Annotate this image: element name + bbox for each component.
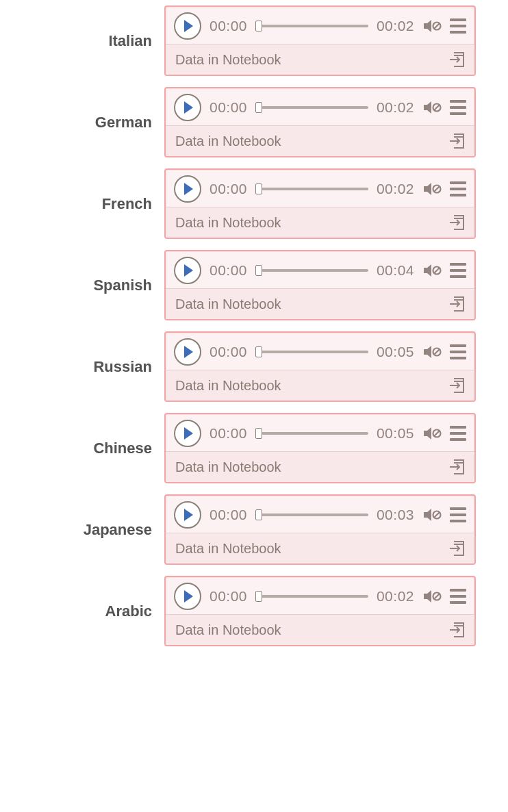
play-button[interactable] xyxy=(174,583,201,610)
mute-icon[interactable] xyxy=(422,18,442,34)
audio-panel: 00:00 00:04 Data in Notebook xyxy=(164,250,476,320)
export-icon[interactable] xyxy=(447,621,466,639)
export-icon[interactable] xyxy=(447,377,466,394)
language-label: French xyxy=(0,195,164,213)
data-location-label: Data in Notebook xyxy=(175,459,281,475)
menu-icon[interactable] xyxy=(450,18,466,34)
svg-line-9 xyxy=(434,349,440,355)
duration-time: 00:02 xyxy=(377,588,414,605)
play-button[interactable] xyxy=(174,501,201,529)
language-row: Spanish 00:00 00:04 Data in Notebook xyxy=(0,244,508,326)
svg-line-1 xyxy=(434,23,440,29)
mute-icon[interactable] xyxy=(422,344,442,360)
play-button[interactable] xyxy=(174,420,201,447)
audio-panel: 00:00 00:02 Data in Notebook xyxy=(164,5,476,76)
seek-slider[interactable] xyxy=(255,20,368,32)
export-icon[interactable] xyxy=(447,51,466,68)
language-label: Italian xyxy=(0,32,164,50)
current-time: 00:00 xyxy=(209,425,247,442)
data-location-label: Data in Notebook xyxy=(175,215,281,231)
data-location-label: Data in Notebook xyxy=(175,52,281,68)
mute-icon[interactable] xyxy=(422,588,442,605)
play-button[interactable] xyxy=(174,94,201,121)
audio-player: 00:00 00:05 xyxy=(166,414,474,451)
play-button[interactable] xyxy=(174,12,201,40)
menu-icon[interactable] xyxy=(450,181,466,197)
audio-panel: 00:00 00:03 Data in Notebook xyxy=(164,494,476,565)
seek-slider[interactable] xyxy=(255,183,368,195)
export-icon[interactable] xyxy=(447,295,466,313)
menu-icon[interactable] xyxy=(450,588,466,605)
seek-slider[interactable] xyxy=(255,509,368,521)
mute-icon[interactable] xyxy=(422,425,442,442)
mute-icon[interactable] xyxy=(422,262,442,279)
language-label: Japanese xyxy=(0,521,164,539)
current-time: 00:00 xyxy=(209,262,247,279)
export-icon[interactable] xyxy=(447,458,466,476)
play-button[interactable] xyxy=(174,338,201,366)
audio-player: 00:00 00:02 xyxy=(166,88,474,125)
current-time: 00:00 xyxy=(209,18,247,34)
svg-line-15 xyxy=(434,594,440,599)
seek-slider[interactable] xyxy=(255,590,368,602)
audio-panel: 00:00 00:02 Data in Notebook xyxy=(164,576,476,646)
duration-time: 00:02 xyxy=(377,99,414,116)
duration-time: 00:05 xyxy=(377,344,414,360)
menu-icon[interactable] xyxy=(450,507,466,523)
export-icon[interactable] xyxy=(447,214,466,231)
seek-slider[interactable] xyxy=(255,101,368,114)
current-time: 00:00 xyxy=(209,588,247,605)
audio-panel: 00:00 00:02 Data in Notebook xyxy=(164,87,476,157)
audio-player: 00:00 00:04 xyxy=(166,251,474,288)
language-row: Chinese 00:00 00:05 Data in Notebook xyxy=(0,407,508,489)
duration-time: 00:02 xyxy=(377,18,414,34)
svg-line-3 xyxy=(434,105,440,110)
export-icon[interactable] xyxy=(447,540,466,557)
language-row: French 00:00 00:02 Data in Notebook xyxy=(0,163,508,244)
language-label: German xyxy=(0,114,164,131)
data-location-label: Data in Notebook xyxy=(175,622,281,638)
seek-slider[interactable] xyxy=(255,264,368,277)
menu-icon[interactable] xyxy=(450,344,466,360)
data-row: Data in Notebook xyxy=(166,614,474,645)
data-row: Data in Notebook xyxy=(166,125,474,156)
language-row: Italian 00:00 00:02 Data in Notebook xyxy=(0,0,508,81)
svg-line-11 xyxy=(434,431,440,436)
svg-line-7 xyxy=(434,268,440,273)
data-location-label: Data in Notebook xyxy=(175,134,281,149)
audio-player: 00:00 00:03 xyxy=(166,496,474,533)
audio-player: 00:00 00:02 xyxy=(166,7,474,44)
menu-icon[interactable] xyxy=(450,262,466,279)
audio-player: 00:00 00:05 xyxy=(166,333,474,370)
language-label: Arabic xyxy=(0,602,164,620)
data-row: Data in Notebook xyxy=(166,44,474,75)
language-label: Chinese xyxy=(0,440,164,457)
language-row: Japanese 00:00 00:03 Data in Notebook xyxy=(0,489,508,570)
data-row: Data in Notebook xyxy=(166,207,474,238)
language-label: Russian xyxy=(0,358,164,376)
export-icon[interactable] xyxy=(447,132,466,150)
play-button[interactable] xyxy=(174,257,201,284)
mute-icon[interactable] xyxy=(422,181,442,197)
data-row: Data in Notebook xyxy=(166,451,474,482)
language-row: German 00:00 00:02 Data in Notebook xyxy=(0,81,508,163)
audio-panel: 00:00 00:05 Data in Notebook xyxy=(164,413,476,483)
data-location-label: Data in Notebook xyxy=(175,296,281,312)
duration-time: 00:02 xyxy=(377,181,414,197)
mute-icon[interactable] xyxy=(422,99,442,116)
svg-line-13 xyxy=(434,512,440,518)
seek-slider[interactable] xyxy=(255,346,368,358)
menu-icon[interactable] xyxy=(450,99,466,116)
current-time: 00:00 xyxy=(209,344,247,360)
play-button[interactable] xyxy=(174,175,201,203)
svg-line-5 xyxy=(434,186,440,192)
data-row: Data in Notebook xyxy=(166,288,474,319)
seek-slider[interactable] xyxy=(255,427,368,440)
audio-player: 00:00 00:02 xyxy=(166,170,474,207)
mute-icon[interactable] xyxy=(422,507,442,523)
language-row: Russian 00:00 00:05 Data in Notebook xyxy=(0,326,508,407)
language-label: Spanish xyxy=(0,277,164,294)
duration-time: 00:05 xyxy=(377,425,414,442)
menu-icon[interactable] xyxy=(450,425,466,442)
current-time: 00:00 xyxy=(209,99,247,116)
